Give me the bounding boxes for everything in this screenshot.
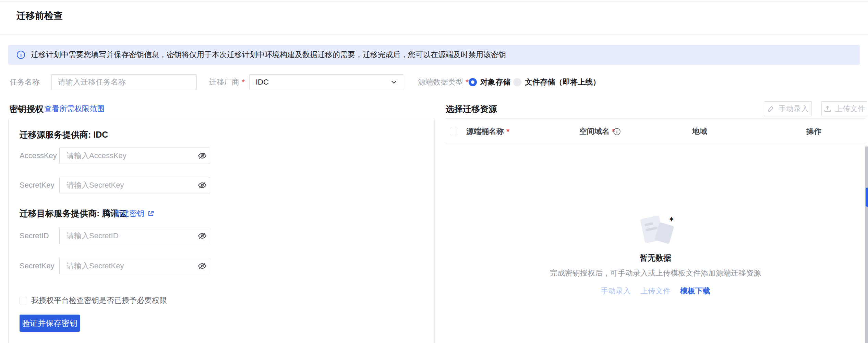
secretkey-target-label: SecretKey (20, 258, 55, 274)
select-all-checkbox[interactable] (450, 128, 457, 135)
authorize-checkbox-label: 我授权平台检查密钥是否已授予必要权限 (31, 295, 167, 306)
pencil-icon (767, 105, 775, 113)
accesskey-input[interactable] (59, 148, 210, 164)
page-title: 迁移前检查 (16, 10, 63, 22)
section-title-row: 密钥授权 查看所需权限范围 选择迁移资源 手动录入 上传文件 (0, 101, 868, 116)
eye-off-icon[interactable] (198, 262, 207, 270)
verify-save-key-button[interactable]: 验证并保存密钥 (20, 315, 80, 332)
template-download-link[interactable]: 模板下载 (680, 286, 710, 296)
select-resources-title: 选择迁移资源 (446, 101, 497, 116)
manual-entry-label: 手动录入 (779, 104, 809, 114)
empty-title: 暂无数据 (446, 253, 865, 263)
new-key-link-wrap: 新建密钥 (114, 208, 155, 219)
info-icon (16, 50, 25, 59)
vendor-label: 迁移厂商 (209, 74, 245, 90)
header-divider (0, 34, 868, 35)
accesskey-label: AccessKey (20, 148, 57, 164)
col-source-bucket: 源端桶名称 (466, 124, 509, 139)
secretkey-source-input[interactable] (59, 177, 210, 193)
radio-selected-icon (469, 78, 477, 86)
radio-file-storage-label: 文件存储（即将上线） (525, 77, 600, 87)
col-space-domain: 空间域名 (579, 124, 615, 139)
permission-scope-link[interactable]: 查看所需权限范围 (44, 101, 105, 116)
authorize-check-row: 我授权平台检查密钥是否已授予必要权限 (20, 295, 167, 306)
scrollbar[interactable] (865, 147, 868, 343)
table-header-bottom-border (446, 144, 865, 144)
secretid-row: SecretID (9, 228, 434, 244)
authorize-checkbox[interactable] (20, 297, 27, 304)
new-key-link[interactable]: 新建密钥 (114, 208, 144, 219)
radio-disabled-icon (513, 78, 521, 86)
eye-off-icon[interactable] (198, 181, 207, 190)
top-hairline (0, 1, 868, 2)
target-provider-heading: 迁移目标服务提供商: 腾讯云 (20, 208, 128, 219)
manual-entry-link[interactable]: 手动录入 (601, 286, 631, 296)
key-auth-card: 迁移源服务提供商: IDC AccessKey SecretKey 迁移目标服务… (8, 118, 435, 343)
empty-description: 完成密钥授权后，可手动录入或上传模板文件添加源端迁移资源 (446, 268, 865, 278)
sparkle-icon: ✦ (668, 215, 675, 224)
radio-object-storage[interactable]: 对象存储 (469, 74, 510, 90)
eye-off-icon[interactable] (198, 151, 207, 160)
secretid-input[interactable] (59, 228, 210, 244)
info-circle-icon[interactable] (613, 128, 621, 136)
vendor-selected-value: IDC (256, 78, 269, 87)
secretid-label: SecretID (20, 228, 49, 244)
secretkey-target-input[interactable] (59, 258, 210, 274)
table-top-border (446, 118, 865, 119)
info-banner: 迁移计划中需要您填写并保存密钥信息，密钥将仅用于本次迁移计划中环境构建及数据迁移… (8, 45, 860, 65)
side-floating-tab[interactable] (866, 188, 868, 207)
migration-precheck-page: 迁移前检查 迁移计划中需要您填写并保存密钥信息，密钥将仅用于本次迁移计划中环境构… (0, 0, 868, 343)
upload-icon (823, 105, 832, 113)
radio-file-storage[interactable]: 文件存储（即将上线） (513, 74, 600, 90)
task-name-label: 任务名称 (10, 74, 40, 90)
task-name-input[interactable] (51, 74, 197, 90)
empty-state: ✦ 暂无数据 完成密钥授权后，可手动录入或上传模板文件添加源端迁移资源 手动录入… (446, 216, 865, 296)
banner-text: 迁移计划中需要您填写并保存密钥信息，密钥将仅用于本次迁移计划中环境构建及数据迁移… (31, 50, 506, 60)
upload-file-link[interactable]: 上传文件 (640, 286, 671, 296)
accesskey-row: AccessKey (9, 148, 434, 164)
upload-file-button[interactable]: 上传文件 (821, 101, 867, 116)
upload-file-label: 上传文件 (835, 104, 865, 114)
manual-entry-button[interactable]: 手动录入 (764, 101, 812, 116)
radio-object-storage-label: 对象存储 (480, 77, 510, 87)
eye-off-icon[interactable] (198, 231, 207, 240)
empty-docs-icon: ✦ (636, 216, 675, 245)
secretkey-source-label: SecretKey (20, 177, 55, 193)
task-form-row: 任务名称 迁移厂商 IDC 源端数据类型 对象存储 文件存储（即将上线） (0, 74, 868, 90)
key-auth-title: 密钥授权 (9, 101, 44, 116)
col-region: 地域 (692, 124, 707, 139)
secretkey-target-row: SecretKey (9, 258, 434, 274)
empty-links: 手动录入 上传文件 模板下载 (446, 286, 865, 296)
source-provider-heading: 迁移源服务提供商: IDC (20, 129, 108, 140)
col-actions: 操作 (806, 124, 821, 139)
chevron-down-icon (390, 78, 398, 86)
secretkey-source-row: SecretKey (9, 177, 434, 193)
external-link-icon (147, 210, 155, 217)
vendor-select[interactable]: IDC (249, 74, 404, 90)
source-type-label: 源端数据类型 (418, 74, 469, 90)
